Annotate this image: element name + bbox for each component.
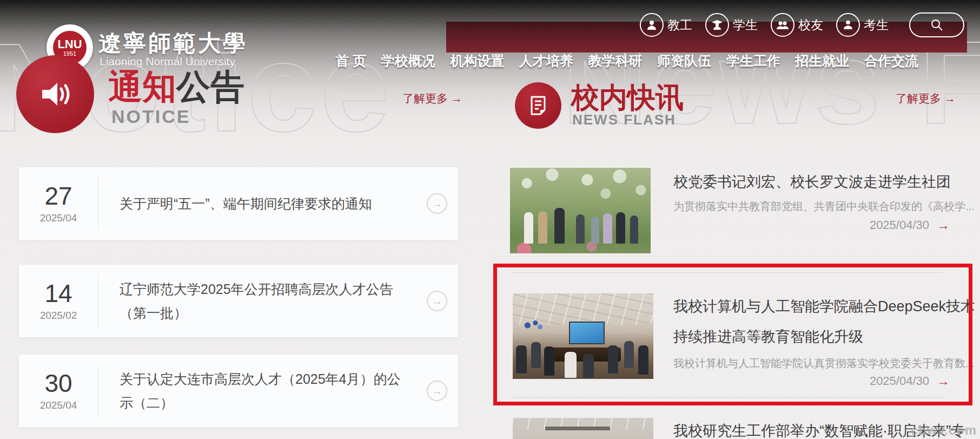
nav-item-research[interactable]: 教学科研 [588,52,642,70]
news-more-link[interactable]: 了解更多 → [896,91,956,106]
nav-item-home[interactable]: 首 页 [335,52,366,70]
news-thumbnail-conference-room[interactable] [513,293,653,379]
user-link-alumni[interactable]: 校友 [771,13,823,37]
screenshot-watermark: cbwv.com [911,423,977,438]
news-date: 2025/04/30 [870,218,929,232]
search-icon [930,18,944,32]
nav-item-cooperation[interactable]: 合作交流 [864,52,918,70]
news-section-subtitle: NEWS FLASH [572,112,676,128]
user-link-student[interactable]: 学生 [705,13,758,37]
student-icon [705,13,729,37]
notice-section-subtitle: NOTICE [111,106,190,127]
news-divider [513,272,943,273]
user-link-label: 校友 [798,17,823,34]
nav-item-admissions[interactable]: 招生就业 [795,52,849,70]
arrow-icon: → [937,374,950,389]
nav-item-student-affairs[interactable]: 学生工作 [726,52,780,70]
staff-person-icon [640,13,664,37]
nav-item-organizations[interactable]: 机构设置 [450,52,504,70]
news-title[interactable]: 校党委书记刘宏、校长罗文波走进学生社团 [673,172,951,192]
news-thumbnail-campus-garden[interactable] [510,168,651,253]
candidate-person-icon [836,13,860,37]
user-links-strip: 教工 学生 校友 考生 [640,12,964,38]
lnnu-homepage: Notice News Flash 教工 学生 校友 考生 [0,0,980,439]
news-date-row[interactable]: 2025/04/30 → [870,374,950,389]
user-link-label: 考生 [864,17,889,34]
alumni-people-icon [771,13,794,37]
news-excerpt: 我校计算机与人工智能学院认真贯彻落实学校党委关于教育数... [673,356,975,371]
notice-section-title: 通知公告 [108,64,244,110]
nav-item-faculty[interactable]: 师资队伍 [657,52,711,70]
notice-date: 30 2025/04 [19,370,98,411]
main-nav: 首 页 学校概况 机构设置 人才培养 教学科研 师资队伍 学生工作 招生就业 合… [335,52,918,70]
notice-list-item[interactable]: 14 2025/02 辽宁师范大学2025年公开招聘高层次人才公告 （第一批） … [19,265,458,337]
user-link-label: 学生 [733,17,758,34]
arrow-icon: → [937,218,950,233]
divider [98,365,98,417]
divider [98,178,98,230]
nav-item-overview[interactable]: 学校概况 [381,52,435,70]
document-icon [526,94,550,117]
notice-more-link[interactable]: 了解更多 → [402,91,462,106]
arrow-circle-icon[interactable]: → [427,291,447,311]
user-link-staff[interactable]: 教工 [640,13,692,37]
news-title[interactable]: 我校计算机与人工智能学院融合DeepSeek技术 [673,297,975,316]
notice-list-item[interactable]: 30 2025/04 关于认定大连市高层次人才（2025年4月）的公 示（二） … [19,355,458,427]
news-date-row[interactable]: 2025/04/30 → [870,218,950,233]
notice-date: 27 2025/04 [19,183,98,224]
speaker-icon [35,74,76,115]
news-divider [513,397,943,398]
search-box[interactable] [909,12,964,37]
notice-list-item[interactable]: 27 2025/04 关于严明“五一”、端午期间纪律要求的通知 → [19,167,458,240]
news-date: 2025/04/30 [870,374,929,388]
university-name-zh: 遼寧師範大學 [98,28,248,58]
news-title[interactable]: 持续推进高等教育智能化升级 [673,327,863,346]
nav-item-talent[interactable]: 人才培养 [519,52,573,70]
divider [98,275,98,327]
notice-date: 14 2025/02 [19,280,98,322]
notice-title: 关于严明“五一”、端午期间纪律要求的通知 [120,192,372,215]
notice-title: 关于认定大连市高层次人才（2025年4月）的公 示（二） [120,367,401,415]
user-link-label: 教工 [667,17,692,34]
arrow-circle-icon[interactable]: → [427,193,447,214]
arrow-circle-icon[interactable]: → [427,381,447,401]
notice-title: 辽宁师范大学2025年公开招聘高层次人才公告 （第一批） [120,277,393,325]
news-section-badge [515,82,561,129]
news-excerpt: 为贯彻落实中共教育部党组、共青团中央联合印发的《高校学... [673,199,975,214]
notice-section-badge [16,55,94,133]
news-thumbnail-meeting-room[interactable] [513,418,653,439]
user-link-candidate[interactable]: 考生 [836,13,889,37]
